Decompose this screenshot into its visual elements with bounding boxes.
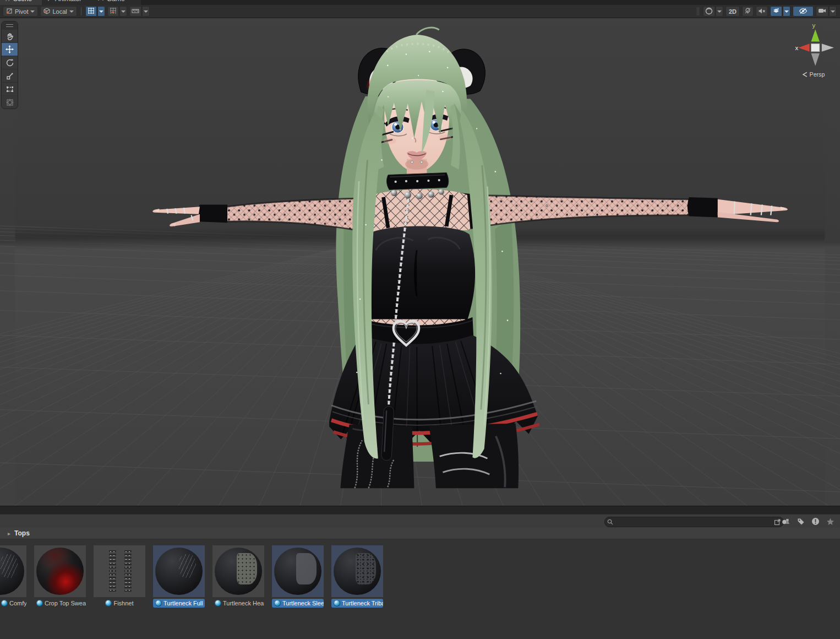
asset-tile-turtleneck-sleeve[interactable]: Turtleneck Sleev... — [272, 545, 324, 608]
hash-icon — [5, 0, 10, 2]
tools-drag-handle[interactable] — [2, 21, 18, 30]
filter-type-icon — [782, 518, 790, 525]
audio-mute-icon — [758, 8, 766, 15]
asset-thumbnail — [34, 545, 86, 597]
gamepad-icon — [97, 0, 104, 1]
separator — [81, 7, 81, 15]
asset-label: Turtleneck Tribal — [342, 600, 383, 606]
material-sphere-icon — [1, 600, 8, 606]
asset-section-header[interactable]: ▸ Tops — [0, 528, 840, 539]
local-button[interactable]: Local — [40, 6, 77, 17]
unity-editor-window: Scene Animator Game Pivot L — [0, 0, 840, 639]
console-alert-button[interactable] — [810, 516, 821, 527]
scene-audio-toggle[interactable] — [756, 6, 768, 17]
local-cube-icon — [43, 8, 50, 15]
tool-rect[interactable] — [2, 82, 18, 95]
asset-tile-turtleneck-tribal[interactable]: Turtleneck Tribal — [331, 545, 383, 608]
tab-game[interactable]: Game — [92, 0, 141, 5]
section-title: Tops — [14, 529, 30, 537]
gizmo-x-label: x — [795, 45, 799, 51]
asset-tile-turtleneck-full[interactable]: Turtleneck Full — [153, 545, 205, 608]
gizmo-mode-label[interactable]: Persp — [810, 71, 825, 78]
material-sphere-icon — [334, 600, 340, 606]
asset-thumbnail — [0, 545, 26, 597]
scene-toolbar: Pivot Local — [0, 5, 840, 18]
asset-label: Fishnet — [113, 600, 133, 606]
tab-scene-label: Scene — [13, 0, 32, 3]
asset-tile-turtleneck-hearts[interactable]: Turtleneck Hearts — [212, 545, 264, 608]
tools-palette — [1, 21, 18, 109]
scene-effects-toggle[interactable] — [770, 6, 782, 17]
tool-transform[interactable] — [2, 95, 18, 109]
shading-mode-dropdown[interactable] — [716, 6, 723, 17]
hand-icon — [6, 32, 14, 41]
asset-thumbnail — [212, 545, 264, 597]
search-field[interactable] — [604, 517, 784, 527]
gizmo-right-axis[interactable] — [822, 44, 834, 51]
view-tab-bar: Scene Animator Game — [0, 0, 840, 5]
tab-game-label: Game — [107, 0, 125, 3]
favorite-star-icon — [826, 518, 834, 526]
scene-viewport[interactable]: y x Persp — [0, 18, 840, 506]
scene-visibility-toggle[interactable] — [793, 6, 814, 17]
asset-tile-crop-top-sweater[interactable]: Crop Top Sweater — [34, 545, 86, 608]
material-sphere-icon — [36, 600, 43, 606]
tab-animator-label: Animator — [55, 0, 81, 3]
dock-divider[interactable] — [0, 506, 840, 515]
asset-label: Turtleneck Full — [163, 600, 203, 606]
pivot-label: Pivot — [15, 8, 28, 15]
scene-canvas[interactable]: y x Persp — [0, 18, 840, 506]
search-input[interactable] — [615, 518, 774, 527]
tool-hand[interactable] — [2, 30, 18, 42]
measure-dropdown[interactable] — [142, 6, 150, 17]
snap-increment-dropdown[interactable] — [119, 6, 127, 17]
filter-by-type-button[interactable] — [780, 516, 792, 527]
scene-effects-dropdown[interactable] — [783, 6, 790, 17]
favorites-button[interactable] — [825, 516, 836, 527]
scene-toolbar-right: 2D — [695, 6, 837, 17]
lightbulb-off-icon — [744, 7, 751, 15]
asset-grid: Comfy Swe... Crop Top Sweater Fishnet Tu… — [0, 539, 840, 639]
tool-move[interactable] — [2, 42, 18, 56]
eye-off-icon — [799, 8, 808, 15]
material-sphere-icon — [155, 600, 162, 606]
snap-increment-toggle[interactable] — [107, 6, 119, 17]
grid-visibility-toggle[interactable] — [85, 6, 97, 17]
label-tag-icon — [797, 518, 805, 525]
ruler-icon — [132, 8, 139, 15]
rotate-icon — [6, 58, 14, 67]
effects-icon — [772, 7, 780, 15]
grid-icon — [88, 7, 95, 15]
snap-icon — [110, 7, 117, 15]
asset-thumbnail — [94, 545, 145, 597]
gizmo-y-label: y — [812, 22, 815, 29]
grid-visibility-dropdown[interactable] — [97, 6, 105, 17]
tool-rotate[interactable] — [2, 56, 18, 69]
local-label: Local — [52, 8, 67, 15]
measure-toggle[interactable] — [129, 6, 141, 17]
asset-label: Turtleneck Hearts — [223, 600, 264, 606]
scene-camera-button[interactable] — [816, 6, 828, 17]
shading-sphere-icon — [705, 7, 713, 16]
asset-thumbnail — [331, 545, 383, 597]
tool-scale[interactable] — [2, 69, 18, 82]
pivot-icon — [6, 8, 13, 15]
scene-lighting-toggle[interactable] — [742, 6, 754, 17]
asset-label: Crop Top Sweater — [45, 600, 86, 606]
scene-camera-dropdown[interactable] — [829, 6, 837, 17]
asset-thumbnail — [153, 545, 205, 597]
2d-label: 2D — [729, 8, 737, 15]
filter-by-label-button[interactable] — [795, 516, 806, 527]
asset-label: Comfy Swe... — [9, 600, 26, 606]
asset-tile-comfy-sweater[interactable]: Comfy Swe... — [0, 545, 26, 608]
chevron-down-icon — [30, 10, 35, 13]
scale-icon — [6, 72, 14, 80]
material-sphere-icon — [105, 600, 112, 606]
pivot-button[interactable]: Pivot — [3, 6, 38, 17]
gizmo-cube[interactable] — [811, 44, 820, 51]
shading-mode-button[interactable] — [703, 6, 715, 17]
2d-toggle[interactable]: 2D — [726, 6, 740, 17]
asset-tile-fishnet[interactable]: Fishnet — [94, 545, 145, 608]
chevron-down-icon — [69, 10, 74, 13]
search-icon — [607, 519, 613, 525]
